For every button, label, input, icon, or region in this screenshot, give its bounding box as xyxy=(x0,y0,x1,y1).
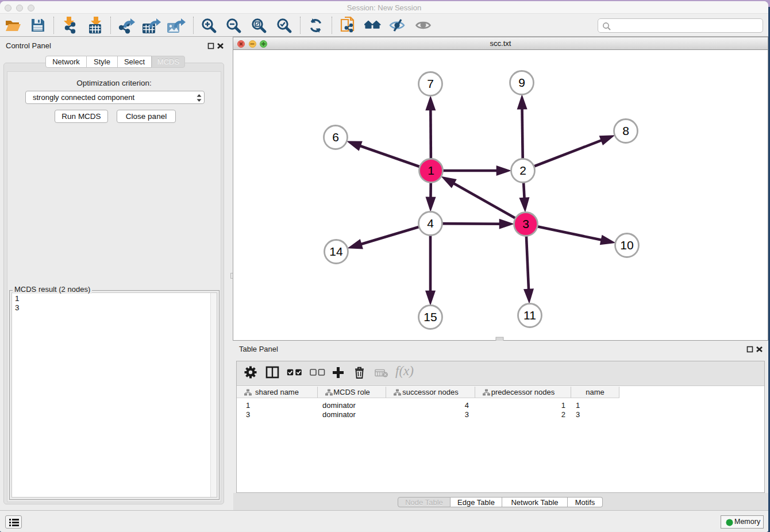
svg-text:14: 14 xyxy=(329,245,343,258)
svg-text:9: 9 xyxy=(518,76,525,89)
svg-text:4: 4 xyxy=(427,217,434,230)
svg-text:11: 11 xyxy=(523,309,536,322)
svg-text:8: 8 xyxy=(622,124,629,137)
svg-text:1: 1 xyxy=(428,164,434,177)
svg-text:3: 3 xyxy=(522,217,529,230)
svg-text:10: 10 xyxy=(620,238,633,252)
svg-text:7: 7 xyxy=(427,77,434,90)
svg-text:15: 15 xyxy=(424,310,437,323)
svg-text:2: 2 xyxy=(519,164,526,177)
svg-text:6: 6 xyxy=(332,130,339,144)
